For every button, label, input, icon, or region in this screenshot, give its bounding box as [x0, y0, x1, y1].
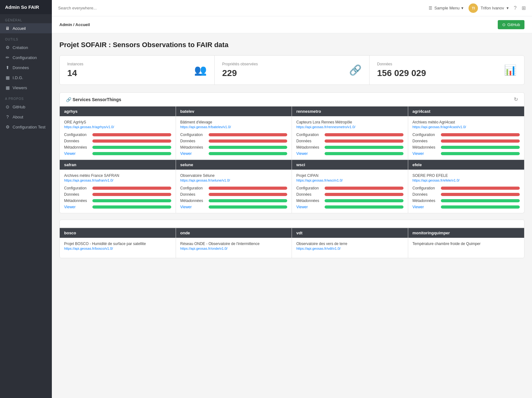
service-url[interactable]: https://api.geosas.fr/wsci/v1.0/	[296, 178, 403, 182]
status-row: Métadonnées	[180, 199, 288, 203]
sidebar-item-idg[interactable]: ▦ I.D.G.	[0, 73, 52, 83]
viewer-link[interactable]: Viewer	[180, 205, 206, 209]
service-url[interactable]: https://api.geosas.fr/agrhys/v1.0/	[64, 125, 171, 129]
services-grid-bottom: bosco Projet BOSCO - Humidité de surface…	[59, 228, 524, 258]
status-bar	[441, 187, 520, 190]
breadcrumb-parent[interactable]: Admin	[59, 22, 72, 27]
service-name: Projet BOSCO - Humidité de surface par s…	[64, 242, 171, 246]
data-icon: ⬆	[5, 65, 10, 70]
service-card-agri4cast: agri4cast Archives météo Agri4cast https…	[408, 106, 524, 160]
status-bar-viewer	[209, 152, 288, 155]
service-url[interactable]: https://api.geosas.fr/selune/v1.0/	[180, 178, 288, 182]
service-name: ORE AgrHyS	[64, 120, 171, 124]
sidebar-item-accueil[interactable]: 🖥 Accueil	[0, 23, 52, 33]
service-url[interactable]: https://api.geosas.fr/safran/v1.0/	[64, 178, 171, 182]
status-bar	[209, 133, 288, 136]
github-button[interactable]: ⊙ GitHub	[498, 20, 524, 29]
status-label: Données	[180, 139, 206, 143]
service-card-wsci: wsci Projet CIPAN https://api.geosas.fr/…	[292, 160, 408, 213]
sidebar-logo: Admin So FAIR	[0, 0, 52, 14]
sidebar-item-label: GitHub	[13, 105, 25, 109]
github-icon: ⊙	[5, 104, 10, 109]
sidebar-item-config-test[interactable]: ⚙ Configuration Test	[0, 122, 52, 132]
proprietes-icon: 🔗	[349, 64, 362, 76]
status-bar	[209, 193, 288, 196]
service-card-selune: selune Observatoire Sélune https://api.g…	[176, 160, 292, 213]
service-url[interactable]: https://api.geosas.fr/vdt/v1.0/	[296, 247, 403, 250]
service-url[interactable]: https://api.geosas.fr/efele/v1.0/	[413, 178, 520, 182]
status-row: Données	[296, 139, 403, 143]
sidebar-item-creation[interactable]: ⚙ Création	[0, 42, 52, 52]
idg-icon: ▦	[5, 75, 10, 80]
viewer-link[interactable]: Viewer	[413, 205, 438, 209]
stat-donnees: Données 156 029 029 📊	[370, 56, 524, 85]
sidebar-item-donnees[interactable]: ⬆ Données	[0, 63, 52, 73]
topbar-right: ☰ Sample Menu ▾ TI Trifon Ivanov ▾ ? ⊞	[429, 3, 526, 13]
sample-menu[interactable]: ☰ Sample Menu ▾	[429, 6, 463, 10]
refresh-icon[interactable]: ↻	[514, 96, 518, 102]
sidebar-item-about[interactable]: ? About	[0, 112, 52, 122]
status-row: Métadonnées	[64, 199, 171, 203]
status-bar-viewer	[441, 205, 520, 209]
status-row: Configuration	[413, 133, 520, 137]
service-card-batelev: batelev Bâtiment d'élevage https://api.g…	[176, 106, 292, 160]
viewer-link[interactable]: Viewer	[296, 205, 322, 209]
status-label: Données	[180, 192, 206, 197]
status-row: Configuration	[413, 186, 520, 190]
status-label: Configuration	[180, 133, 206, 137]
sidebar-item-configuration[interactable]: ✏ Configuration	[0, 52, 52, 63]
service-card-rennesmetro: rennesmetro Capteurs Lora Rennes Métropô…	[292, 106, 408, 160]
sidebar-item-label: Données	[13, 65, 29, 70]
status-bar	[325, 193, 403, 196]
service-url[interactable]: https://api.geosas.fr/batelev/v1.0/	[180, 125, 288, 129]
about-icon: ?	[5, 114, 10, 119]
status-bar	[209, 187, 288, 190]
service-name: Archives météo Agri4cast	[413, 120, 520, 124]
status-label: Configuration	[64, 133, 90, 137]
viewer-link[interactable]: Viewer	[64, 205, 90, 209]
sidebar-item-github[interactable]: ⊙ GitHub	[0, 102, 52, 112]
user-chevron-icon: ▾	[507, 6, 509, 10]
viewer-row: Viewer	[413, 151, 520, 156]
stats-row: Instances 14 👥 Propriétés observées 229 …	[59, 55, 524, 85]
service-name: Bâtiment d'élevage	[180, 120, 288, 124]
service-card-body: Archives météo Agri4cast https://api.geo…	[408, 116, 524, 160]
viewer-link[interactable]: Viewer	[296, 151, 322, 156]
service-card-header: batelev	[176, 106, 292, 116]
config-icon: ✏	[5, 55, 10, 60]
service-url[interactable]: https://api.geosas.fr/onde/v1.0/	[180, 247, 288, 250]
status-bar	[325, 187, 403, 190]
viewer-link[interactable]: Viewer	[180, 151, 206, 156]
viewer-link[interactable]: Viewer	[64, 151, 90, 156]
help-icon[interactable]: ?	[514, 5, 517, 11]
github-btn-label: GitHub	[507, 22, 520, 27]
status-row: Configuration	[64, 186, 171, 190]
sidebar-item-viewers[interactable]: ▦ Viewers	[0, 83, 52, 93]
sidebar-item-label: About	[13, 115, 23, 119]
service-card-safran: safran Archives météo France SAFRAN http…	[60, 160, 176, 213]
service-card-agrhys: agrhys ORE AgrHyS https://api.geosas.fr/…	[60, 106, 176, 160]
service-name: Observatoire des vers de terre	[296, 242, 403, 246]
sidebar-item-label: Viewers	[13, 85, 27, 90]
status-row: Données	[180, 192, 288, 197]
service-name: Température chambre froide de Quimper	[413, 242, 520, 246]
user-menu[interactable]: TI Trifon Ivanov ▾	[469, 3, 509, 13]
search-input[interactable]	[58, 6, 425, 10]
status-row: Métadonnées	[296, 199, 403, 203]
status-row: Données	[296, 192, 403, 197]
service-card-header: agri4cast	[408, 106, 524, 116]
status-label: Métadonnées	[413, 199, 438, 203]
service-url[interactable]: https://api.geosas.fr/bosco/v1.0/	[64, 247, 171, 250]
status-bar	[209, 199, 288, 202]
services-grid: agrhys ORE AgrHyS https://api.geosas.fr/…	[59, 106, 524, 213]
logout-icon[interactable]: ⊞	[522, 5, 526, 11]
status-label: Configuration	[296, 186, 322, 190]
stat-instances: Instances 14 👥	[60, 56, 215, 85]
status-row: Données	[64, 139, 171, 143]
service-name: Capteurs Lora Rennes Métropôle	[296, 120, 403, 124]
service-card-vdt: vdt Observatoire des vers de terre https…	[292, 228, 408, 258]
service-url[interactable]: https://api.geosas.fr/agri4cast/v1.0/	[413, 125, 520, 129]
viewer-link[interactable]: Viewer	[413, 151, 438, 156]
service-card-body: Projet CIPAN https://api.geosas.fr/wsci/…	[292, 170, 408, 213]
service-url[interactable]: https://api.geosas.fr/rennesmetro/v1.0/	[296, 125, 403, 129]
